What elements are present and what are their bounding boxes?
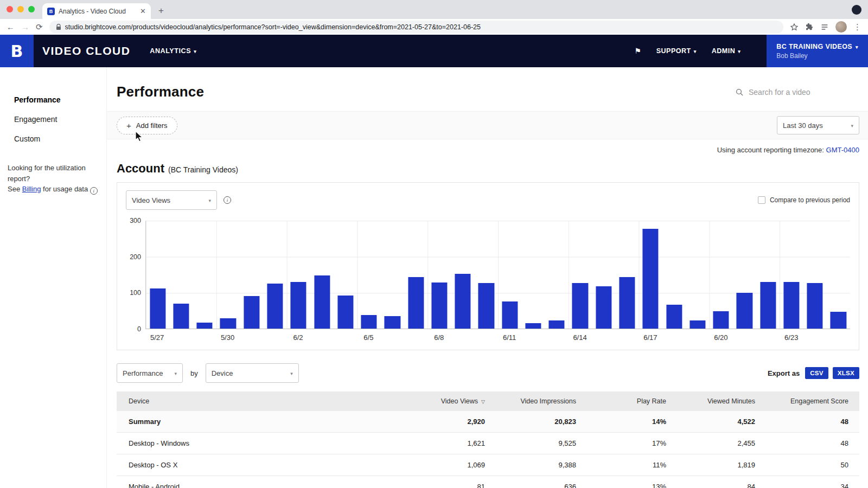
x-tick-label: 6/8 [434,333,444,342]
bar-6-7[interactable] [408,277,424,329]
header-cell-engagement-score[interactable]: Engagement Score [766,397,859,405]
metric-info-icon[interactable]: i [224,196,231,204]
minimize-window-icon[interactable] [17,6,24,12]
url-text: studio.brightcove.com/products/videoclou… [65,23,481,31]
bar-6-23[interactable] [783,282,799,329]
billing-link[interactable]: Billing [22,185,41,193]
search-input[interactable] [749,88,849,97]
bar-5-27[interactable] [150,288,165,329]
bar-5-31[interactable] [244,296,259,329]
report-type-select[interactable]: Performance ▾ [117,363,183,383]
chevron-down-icon: ▾ [851,123,853,129]
chevron-down-icon: ▾ [738,49,741,54]
sort-filter-icon[interactable]: ▽ [481,399,485,404]
browser-menu-icon[interactable]: ⋮ [853,22,861,32]
bar-6-14[interactable] [572,283,588,329]
bar-6-4[interactable] [337,296,353,329]
timezone-link[interactable]: GMT-0400 [826,146,859,154]
x-tick-label: 6/11 [503,333,516,342]
metric-select[interactable]: Video Views ▾ [126,190,217,210]
cell-desktop-os-x-impressions: 9,388 [496,461,587,469]
table-row-desktop-windows[interactable]: Desktop - Windows1,6219,52517%2,45548 [117,433,859,454]
brightcove-logo-icon[interactable]: B [0,35,34,67]
bar-6-21[interactable] [737,293,752,329]
close-window-icon[interactable] [7,6,13,12]
bar-6-2[interactable] [291,282,307,329]
bar-5-28[interactable] [173,304,189,329]
page-title: Performance [117,84,204,100]
sidebar-item-performance[interactable]: Performance [0,90,106,110]
cell-desktop-os-x-video_views: 1,069 [405,461,496,469]
account-switcher[interactable]: BC TRAINING VIDEOS ▾ Bob Bailey [767,35,868,67]
back-button[interactable]: ← [7,23,15,31]
forward-button[interactable]: → [21,23,29,31]
support-menu[interactable]: SUPPORT▾ [656,47,697,55]
date-range-select[interactable]: Last 30 days ▾ [777,116,859,134]
admin-menu[interactable]: ADMIN▾ [712,47,741,55]
cell-mobile-android-device: Mobile - Android [117,483,405,488]
bar-6-16[interactable] [619,277,635,329]
chevron-down-icon: ▾ [694,49,697,54]
section-subtitle: (BC Training Videos) [168,165,238,174]
cell-desktop-os-x-play_rate: 11% [587,461,677,469]
bar-6-25[interactable] [831,312,846,329]
bar-6-8[interactable] [431,282,447,329]
header-cell-video-impressions[interactable]: Video Impressions [496,397,587,405]
bar-6-17[interactable] [643,229,659,329]
video-search[interactable] [735,88,857,97]
chevron-down-icon: ▾ [856,44,858,50]
bar-6-5[interactable] [361,315,376,329]
compare-checkbox[interactable] [758,196,765,204]
bar-6-15[interactable] [596,286,611,329]
new-tab-button[interactable]: + [158,5,164,16]
cell-desktop-windows-video_views: 1,621 [405,439,496,447]
bar-6-10[interactable] [478,283,494,329]
bookmark-star-icon[interactable] [790,23,799,31]
bar-6-12[interactable] [525,323,541,329]
bar-6-24[interactable] [807,283,822,329]
info-icon[interactable]: i [90,187,98,195]
sidebar-item-custom[interactable]: Custom [0,129,106,149]
zoom-window-icon[interactable] [28,6,35,12]
bar-6-11[interactable] [502,301,518,329]
bar-6-6[interactable] [385,316,400,329]
extensions-puzzle-icon[interactable] [805,23,814,31]
main-content: Performance + Add filters Last 30 days ▾… [106,67,868,488]
bar-6-1[interactable] [267,284,283,329]
bar-6-22[interactable] [760,282,776,329]
bar-6-18[interactable] [666,305,682,329]
bar-6-3[interactable] [314,275,330,329]
reload-button[interactable]: ⟳ [36,23,43,31]
y-tick-label: 200 [130,253,141,261]
bar-6-20[interactable] [713,311,729,329]
app-header: B VIDEO CLOUD ANALYTICS▾ ⚑ SUPPORT▾ ADMI… [0,35,868,67]
analytics-menu[interactable]: ANALYTICS▾ [150,47,196,55]
reading-list-icon[interactable] [820,23,829,31]
browser-profile-badge[interactable] [852,5,861,15]
header-cell-viewed-minutes[interactable]: Viewed Minutes [677,397,766,405]
training-flag-icon[interactable]: ⚑ [634,47,641,55]
bar-6-19[interactable] [690,320,705,329]
profile-avatar[interactable] [835,21,847,33]
bar-6-9[interactable] [455,274,470,329]
browser-tab[interactable]: B Analytics - Video Cloud ✕ [42,3,151,19]
dimension-select[interactable]: Device ▾ [206,363,299,383]
header-cell-device[interactable]: Device [117,397,405,405]
table-row-mobile-android[interactable]: Mobile - Android8163613%8434 [117,476,859,488]
header-cell-play-rate[interactable]: Play Rate [587,397,677,405]
add-filters-button[interactable]: + Add filters [117,117,177,134]
export-xlsx-button[interactable]: XLSX [833,367,859,379]
table-row-summary[interactable]: Summary2,92020,82314%4,52248 [117,411,859,433]
chart-y-axis: 0100200300 [126,221,145,329]
bar-5-30[interactable] [220,318,236,329]
export-csv-button[interactable]: CSV [805,367,828,379]
tab-close-icon[interactable]: ✕ [140,7,146,15]
bar-6-13[interactable] [549,320,565,329]
header-cell-video-views[interactable]: Video Views▽ [405,397,496,405]
bar-5-29[interactable] [197,323,213,329]
address-bar[interactable]: studio.brightcove.com/products/videoclou… [49,21,783,34]
chevron-down-icon: ▾ [194,49,196,54]
compare-toggle[interactable]: Compare to previous period [758,196,850,204]
table-row-desktop-os-x[interactable]: Desktop - OS X1,0699,38811%1,81950 [117,454,859,476]
sidebar-item-engagement[interactable]: Engagement [0,110,106,129]
